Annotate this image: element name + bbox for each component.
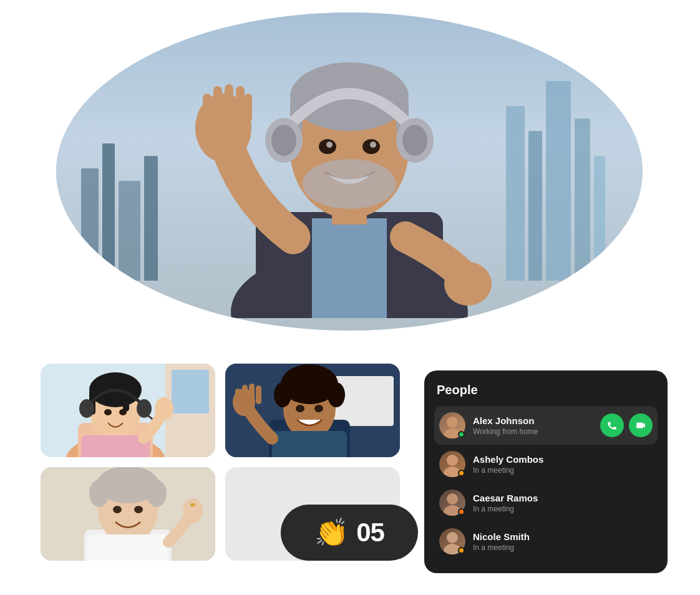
avatar-ashely (439, 451, 465, 477)
svg-point-51 (296, 405, 304, 412)
person-row-caesar[interactable]: Caesar Ramos In a meeting (434, 483, 658, 522)
person-name-caesar: Caesar Ramos (473, 493, 653, 503)
hero-person (56, 12, 643, 321)
status-dot-caesar (458, 508, 465, 515)
svg-point-17 (370, 142, 376, 148)
svg-rect-68 (87, 535, 168, 561)
svg-point-65 (147, 480, 167, 507)
avatar-nicole (439, 528, 465, 554)
svg-point-18 (303, 159, 396, 209)
status-dot-nicole (458, 547, 465, 554)
video-button-alex[interactable] (629, 414, 653, 437)
person-status-nicole: In a meeting (473, 543, 653, 552)
person-info-nicole: Nicole Smith In a meeting (473, 531, 653, 552)
thumbnail-3[interactable] (41, 467, 215, 561)
svg-rect-21 (213, 86, 222, 122)
person-info-ashely: Ashely Combos In a meeting (473, 454, 653, 475)
avatar-caesar (439, 490, 465, 516)
status-dot-ashely (458, 470, 465, 476)
action-buttons-alex (600, 414, 653, 437)
svg-point-69 (183, 498, 203, 523)
svg-point-16 (326, 142, 333, 148)
person-name-nicole: Nicole Smith (473, 531, 653, 542)
svg-point-64 (89, 480, 109, 507)
svg-point-67 (134, 506, 143, 513)
hero-video (56, 12, 643, 331)
person-name-ashely: Ashely Combos (473, 454, 653, 465)
svg-point-77 (447, 532, 458, 543)
svg-point-13 (402, 125, 427, 156)
svg-rect-56 (242, 385, 248, 405)
svg-point-25 (444, 262, 492, 306)
reaction-counter: 👏 05 (281, 505, 418, 561)
people-panel-title: People (434, 383, 658, 397)
svg-point-75 (447, 493, 458, 505)
svg-point-73 (447, 455, 458, 466)
svg-rect-58 (256, 385, 261, 404)
reaction-emoji-icon: 👏 (314, 516, 349, 549)
svg-point-52 (314, 405, 323, 412)
phone-button-alex[interactable] (600, 414, 624, 437)
svg-rect-20 (203, 94, 211, 125)
person-name-alex: Alex Johnson (473, 415, 593, 426)
svg-rect-55 (235, 389, 241, 406)
svg-point-36 (137, 399, 152, 418)
svg-rect-70 (190, 503, 195, 506)
person-row-nicole[interactable]: Nicole Smith In a meeting (434, 522, 658, 561)
svg-rect-24 (245, 94, 252, 122)
thumbnail-2[interactable] (225, 364, 400, 457)
svg-point-38 (119, 409, 127, 415)
svg-rect-23 (236, 86, 245, 120)
person-info-caesar: Caesar Ramos In a meeting (473, 493, 653, 513)
svg-rect-2 (312, 218, 387, 318)
svg-rect-53 (272, 431, 347, 457)
svg-rect-28 (172, 370, 209, 414)
svg-rect-57 (249, 384, 255, 404)
svg-point-48 (283, 378, 298, 397)
person-info-alex: Alex Johnson Working from home (473, 415, 593, 436)
person-status-caesar: In a meeting (473, 505, 653, 513)
reaction-count: 05 (356, 518, 384, 548)
svg-point-37 (104, 409, 112, 415)
avatar-alex (439, 412, 465, 438)
status-dot-alex (458, 431, 465, 438)
svg-point-35 (79, 399, 94, 418)
svg-point-49 (321, 378, 336, 397)
svg-point-71 (447, 417, 458, 428)
person-status-alex: Working from home (473, 427, 593, 436)
svg-rect-22 (225, 84, 233, 122)
thumbnail-1[interactable] (41, 364, 215, 457)
svg-point-12 (271, 125, 296, 156)
svg-point-40 (155, 397, 173, 420)
people-panel: People Alex Johnson Working from home (424, 370, 668, 573)
person-row-ashely[interactable]: Ashely Combos In a meeting (434, 445, 658, 483)
person-row-alex[interactable]: Alex Johnson Working from home (434, 406, 658, 445)
person-status-ashely: In a meeting (473, 466, 653, 475)
svg-point-66 (113, 506, 122, 513)
